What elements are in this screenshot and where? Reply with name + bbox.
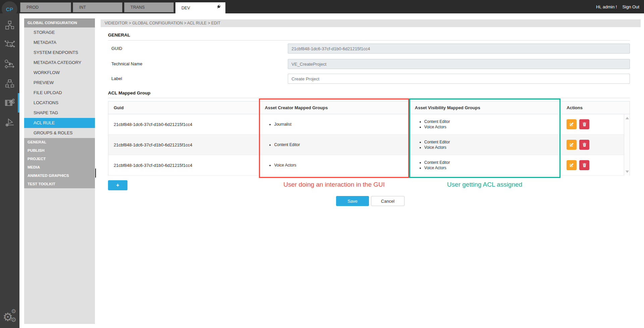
- creator-group-item: Voice Actors: [274, 162, 296, 168]
- icon-rail: ⚙ ⚙ ⚙: [0, 13, 19, 328]
- top-bar: PROD INT TRANS DEV Hi, admin ! Sign Out: [0, 0, 644, 13]
- technical-name-field-label: Technical Name: [111, 59, 212, 69]
- actions-cell: [560, 155, 630, 175]
- divider: [108, 40, 630, 41]
- sidebar-item-groups-roles[interactable]: GROUPS & ROLES: [24, 128, 95, 138]
- visibility-group-item: Voice Actors: [424, 145, 450, 150]
- technical-name-field[interactable]: [288, 59, 630, 69]
- sidebar-header-global-configuration[interactable]: GLOBAL CONFIGURATION: [24, 18, 95, 27]
- guid-cell: 21cbf848-1dc6-37cf-d1b0-6d21215f1cc4: [108, 114, 259, 134]
- visibility-groups-cell: Content Editor Voice Actors: [409, 114, 560, 134]
- visibility-annotation-label: User getting ACL assigned: [384, 181, 585, 188]
- column-header-asset-visibility: Asset Visibility Mapped Groups: [409, 102, 560, 114]
- main-content: VIDIEDITOR > GLOBAL CONFIGURATION > ACL …: [97, 13, 644, 328]
- text-cursor-artifact: [95, 169, 96, 178]
- table-scrollbar[interactable]: [624, 114, 630, 176]
- guid-cell: 21cbf848-1dc6-37cf-d1b0-6d21215f1cc4: [108, 155, 259, 175]
- sidebar-section-project[interactable]: PROJECT: [24, 155, 95, 163]
- creator-groups-cell: Journalist: [259, 114, 409, 134]
- actions-cell: [560, 114, 630, 134]
- general-section-title: GENERAL: [108, 32, 130, 38]
- label-field-label: Label: [111, 74, 212, 84]
- sidebar-item-metadata-category[interactable]: METADATA CATEGORY: [24, 58, 95, 68]
- publish-icon[interactable]: [0, 113, 19, 132]
- settings-gears-icon[interactable]: ⚙ ⚙ ⚙: [0, 307, 19, 325]
- media-assets-icon[interactable]: [0, 15, 19, 35]
- sidebar-item-metadata[interactable]: METADATA: [24, 38, 95, 48]
- system-endpoints-icon[interactable]: [0, 35, 19, 54]
- visibility-group-item: Content Editor: [424, 160, 450, 165]
- workflow-icon[interactable]: [0, 54, 19, 74]
- sidebar-item-shape-tag[interactable]: SHAPE TAG: [24, 108, 95, 118]
- table-header-row: Guid Asset Creator Mapped Groups Asset V…: [108, 102, 630, 114]
- sidebar-item-locations[interactable]: LOCATIONS: [24, 98, 95, 108]
- column-header-actions: Actions: [560, 102, 630, 114]
- visibility-group-item: Content Editor: [424, 119, 450, 124]
- user-greeting: Hi, admin !: [596, 4, 617, 9]
- creator-group-item: Journalist: [274, 122, 291, 127]
- visibility-group-item: Voice Actors: [424, 165, 450, 171]
- sidebar-item-workflow[interactable]: WORKFLOW: [24, 68, 95, 78]
- visibility-groups-cell: Content Editor Voice Actors: [409, 155, 560, 175]
- sidebar-section-animated-graphics[interactable]: ANIMATED GRAPHICS: [24, 172, 95, 180]
- gear-icon: ⚙: [11, 309, 16, 314]
- tab-int[interactable]: INT: [73, 2, 122, 12]
- edit-button[interactable]: [567, 119, 577, 129]
- sidebar-item-acl-rule[interactable]: ACL RULE: [24, 118, 95, 128]
- sidebar-section-test-toolkit[interactable]: TEST TOOLKIT: [24, 180, 95, 188]
- sidebar-section-general[interactable]: GENERAL: [24, 138, 95, 146]
- table-body: 21cbf848-1dc6-37cf-d1b0-6d21215f1cc4 Jou…: [108, 114, 630, 176]
- tab-dev[interactable]: DEV: [175, 2, 225, 13]
- sign-out-link[interactable]: Sign Out: [622, 4, 639, 9]
- edit-button[interactable]: [567, 140, 577, 150]
- sidebar-section-media[interactable]: MEDIA: [24, 163, 95, 172]
- avatar[interactable]: CP: [2, 1, 17, 17]
- save-button[interactable]: Save: [336, 196, 369, 206]
- gear-icon: ⚙: [11, 317, 16, 323]
- guid-cell: 21cbf848-1dc6-37cf-d1b0-6d21215f1cc4: [108, 135, 259, 155]
- config-menu: GLOBAL CONFIGURATION STORAGE METADATA SY…: [24, 18, 95, 324]
- acl-section-title: ACL Mapped Group: [108, 90, 151, 95]
- guid-field-label: GUID: [111, 44, 212, 54]
- video-editor-icon[interactable]: [0, 93, 19, 113]
- visibility-groups-cell: Content Editor Voice Actors: [409, 135, 560, 155]
- sidebar-item-file-upload[interactable]: FILE UPLOAD: [24, 88, 95, 98]
- delete-button[interactable]: [579, 160, 589, 170]
- visibility-group-item: Content Editor: [424, 139, 450, 145]
- column-header-guid: Guid: [108, 102, 259, 114]
- sidebar-item-preview[interactable]: PREVIEW: [24, 78, 95, 88]
- table-row: 21cbf848-1dc6-37cf-d1b0-6d21215f1cc4 Con…: [108, 135, 630, 155]
- guid-field[interactable]: [288, 44, 630, 54]
- creator-groups-cell: Content Editor: [259, 135, 409, 155]
- tab-trans[interactable]: TRANS: [124, 2, 174, 12]
- actions-cell: [560, 135, 630, 155]
- sidebar-item-system-endpoints[interactable]: SYSTEM ENDPOINTS: [24, 48, 95, 58]
- divider: [108, 98, 630, 98]
- table-row: 21cbf848-1dc6-37cf-d1b0-6d21215f1cc4 Voi…: [108, 155, 630, 176]
- creator-groups-cell: Voice Actors: [259, 155, 409, 175]
- column-header-asset-creator: Asset Creator Mapped Groups: [259, 102, 409, 114]
- visibility-group-item: Voice Actors: [424, 124, 450, 130]
- acl-mapped-group-table: Guid Asset Creator Mapped Groups Asset V…: [108, 101, 630, 176]
- config-sidebar: GLOBAL CONFIGURATION STORAGE METADATA SY…: [19, 13, 97, 328]
- plug-icon: [216, 3, 221, 13]
- table-row: 21cbf848-1dc6-37cf-d1b0-6d21215f1cc4 Jou…: [108, 114, 630, 135]
- tab-dev-label: DEV: [181, 3, 216, 13]
- sidebar-item-storage[interactable]: STORAGE: [24, 27, 95, 38]
- delete-button[interactable]: [579, 140, 589, 150]
- add-mapping-button[interactable]: +: [108, 180, 127, 190]
- delete-button[interactable]: [579, 119, 589, 129]
- scroll-up-icon[interactable]: [626, 117, 629, 119]
- breadcrumb: VIDIEDITOR > GLOBAL CONFIGURATION > ACL …: [101, 19, 641, 27]
- cancel-button[interactable]: Cancel: [371, 196, 405, 206]
- sidebar-section-publish[interactable]: PUBLISH: [24, 146, 95, 155]
- edit-button[interactable]: [567, 160, 577, 170]
- collections-icon[interactable]: [0, 74, 19, 93]
- creator-group-item: Content Editor: [274, 142, 300, 147]
- tab-prod[interactable]: PROD: [20, 2, 71, 12]
- scroll-down-icon[interactable]: [626, 171, 629, 173]
- label-field[interactable]: [288, 74, 630, 84]
